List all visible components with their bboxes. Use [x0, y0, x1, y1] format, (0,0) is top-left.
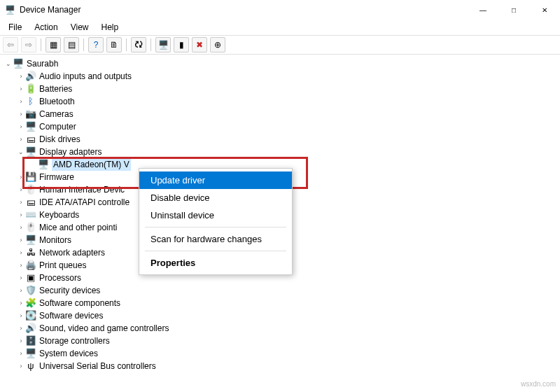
- expand-toggle[interactable]: ›: [17, 347, 25, 360]
- monitor-icon: 🖥️: [158, 40, 169, 50]
- menu-item-update-driver[interactable]: Update driver: [139, 172, 292, 189]
- toolbar-separator: [150, 38, 151, 51]
- category-node[interactable]: ›💽Software devices: [3, 309, 560, 322]
- node-label: AMD Radeon(TM) V: [52, 158, 131, 171]
- expand-toggle[interactable]: ›: [17, 297, 25, 309]
- expand-toggle[interactable]: ›: [17, 209, 25, 221]
- uninstall-device-button[interactable]: ✖: [192, 37, 207, 52]
- menu-item-uninstall-device[interactable]: Uninstall device: [139, 206, 292, 224]
- menu-action[interactable]: Action: [29, 21, 63, 34]
- category-node[interactable]: ›🖴Disk drives: [3, 133, 560, 146]
- category-icon: 📷: [25, 108, 36, 120]
- node-label: Display adapters: [39, 146, 102, 158]
- category-icon: ᛒ: [25, 96, 36, 107]
- menu-file[interactable]: File: [3, 21, 27, 34]
- add-legacy-button[interactable]: ⊕: [210, 37, 225, 52]
- close-button[interactable]: ✕: [529, 0, 560, 20]
- category-node[interactable]: ›ψUniversal Serial Bus controllers: [3, 360, 560, 372]
- node-label: IDE ATA/ATAPI controlle: [39, 196, 130, 209]
- category-icon: 🖨️: [25, 260, 36, 271]
- category-icon: 🖥️: [25, 234, 36, 246]
- expand-toggle[interactable]: ›: [17, 335, 25, 347]
- expand-toggle[interactable]: ⌄: [17, 146, 25, 158]
- scan-hw-button[interactable]: 🗘: [131, 37, 146, 52]
- category-node[interactable]: ›🛡️Security devices: [3, 284, 560, 297]
- node-label: Cameras: [39, 108, 74, 120]
- category-node[interactable]: ›ᛒBluetooth: [3, 95, 560, 108]
- menu-item-disable-device[interactable]: Disable device: [139, 189, 292, 206]
- forward-icon: ⇨: [25, 40, 32, 50]
- node-label: Audio inputs and outputs: [39, 70, 132, 83]
- node-label: Network adapters: [39, 246, 105, 259]
- expand-toggle[interactable]: ›: [17, 70, 25, 83]
- forward-button[interactable]: ⇨: [21, 37, 36, 52]
- menu-help[interactable]: Help: [96, 21, 125, 34]
- expand-toggle[interactable]: ›: [17, 309, 25, 322]
- category-icon: 🖴: [25, 134, 36, 145]
- category-icon: 🖥️: [25, 348, 36, 359]
- update-driver-button[interactable]: 🖥️: [155, 37, 171, 52]
- expand-toggle[interactable]: ›: [17, 171, 25, 183]
- category-icon: 🖥️: [38, 159, 49, 170]
- category-node[interactable]: ⌄🖥️Display adapters: [3, 146, 560, 158]
- help-button[interactable]: ?: [88, 37, 104, 52]
- category-node[interactable]: ›🔊Audio inputs and outputs: [3, 70, 560, 83]
- category-node[interactable]: ›🗄️Storage controllers: [3, 335, 560, 347]
- category-node[interactable]: ›📷Cameras: [3, 108, 560, 120]
- back-button[interactable]: ⇦: [3, 37, 18, 52]
- menu-item-scan-hardware[interactable]: Scan for hardware changes: [139, 230, 292, 248]
- delete-icon: ✖: [196, 40, 203, 50]
- category-node[interactable]: ›🔋Batteries: [3, 83, 560, 95]
- expand-toggle[interactable]: ›: [17, 234, 25, 246]
- expand-toggle[interactable]: ›: [17, 322, 25, 335]
- expand-toggle[interactable]: ›: [17, 83, 25, 95]
- category-icon: 🔊: [25, 323, 36, 334]
- grid-icon: ▦: [50, 40, 57, 50]
- category-node[interactable]: ›🧩Software components: [3, 297, 560, 309]
- expand-toggle[interactable]: ›: [17, 221, 25, 234]
- category-icon: 💾: [25, 172, 36, 183]
- expand-toggle[interactable]: ›: [17, 272, 25, 284]
- expand-toggle[interactable]: ›: [17, 284, 25, 297]
- expand-toggle[interactable]: ⌄: [4, 57, 13, 70]
- category-node[interactable]: ›🔊Sound, video and game controllers: [3, 322, 560, 335]
- help-icon: ?: [94, 40, 99, 50]
- expand-toggle[interactable]: ›: [17, 196, 25, 209]
- expand-toggle[interactable]: ›: [17, 183, 25, 196]
- show-hidden-button[interactable]: ▦: [46, 37, 61, 52]
- node-label: Computer: [39, 120, 76, 133]
- expand-toggle[interactable]: ›: [17, 133, 25, 146]
- expand-toggle[interactable]: ›: [17, 120, 25, 133]
- node-label: Universal Serial Bus controllers: [39, 360, 156, 372]
- properties-button[interactable]: ▤: [64, 37, 79, 52]
- context-menu: Update driver Disable device Uninstall d…: [139, 168, 293, 275]
- node-label: Software components: [39, 297, 120, 309]
- node-label: Saurabh: [27, 57, 58, 70]
- category-icon: ψ: [25, 360, 36, 372]
- expand-toggle[interactable]: ›: [17, 108, 25, 120]
- menu-item-properties[interactable]: Properties: [139, 254, 292, 272]
- menu-separator: [145, 227, 286, 227]
- device-icon: ▮: [179, 40, 184, 50]
- node-label: Print queues: [39, 259, 86, 272]
- expand-toggle[interactable]: ›: [17, 360, 25, 372]
- category-node[interactable]: ›🖥️Computer: [3, 120, 560, 133]
- expand-toggle[interactable]: ›: [17, 95, 25, 108]
- menu-view[interactable]: View: [65, 21, 94, 34]
- node-label: System devices: [39, 347, 98, 360]
- node-label: Disk drives: [39, 133, 80, 146]
- category-icon: 🔋: [25, 83, 36, 94]
- disable-device-button[interactable]: ▮: [174, 37, 189, 52]
- maximize-button[interactable]: □: [498, 0, 529, 20]
- expand-toggle[interactable]: ›: [17, 259, 25, 272]
- node-label: Bluetooth: [39, 95, 75, 108]
- category-icon: 🗄️: [25, 335, 36, 346]
- root-node[interactable]: ⌄🖥️Saurabh: [3, 57, 560, 70]
- expand-toggle[interactable]: ›: [17, 246, 25, 259]
- toolbar-separator: [83, 38, 84, 51]
- minimize-button[interactable]: —: [468, 0, 498, 20]
- down-icon: ⊕: [214, 40, 221, 50]
- action-button[interactable]: 🗎: [106, 37, 122, 52]
- menubar: File Action View Help: [0, 20, 560, 35]
- category-node[interactable]: ›🖥️System devices: [3, 347, 560, 360]
